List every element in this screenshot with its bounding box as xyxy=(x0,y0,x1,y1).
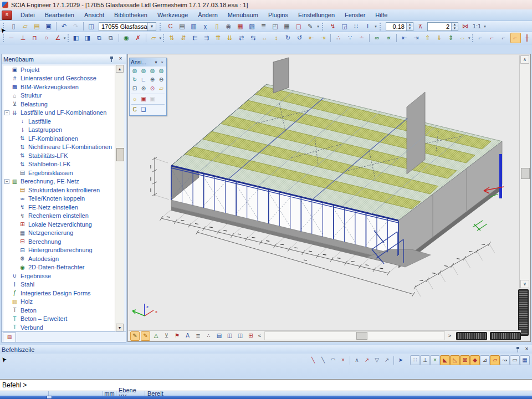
count-spinner[interactable]: ▲▼ xyxy=(451,23,458,30)
menu-plugins[interactable]: Plugins xyxy=(263,11,293,19)
snap-point-icon[interactable]: ↗ xyxy=(362,356,371,365)
zoom-window-icon[interactable]: ⊡ xyxy=(130,84,139,93)
toolbar-grip[interactable] xyxy=(68,34,69,42)
selection-lightning-icon[interactable]: ↯ xyxy=(328,21,338,32)
section-both-icon[interactable]: ⇕ xyxy=(446,33,456,43)
hscroll-left-icon[interactable]: < xyxy=(256,333,263,339)
save-icon[interactable]: ▣ xyxy=(43,21,54,32)
snap-center-icon[interactable]: ◆ xyxy=(470,355,480,365)
menu-fenster[interactable]: Fenster xyxy=(340,11,370,19)
window-2-icon[interactable]: ⌐ xyxy=(487,33,498,43)
taskbar-app-icon[interactable] xyxy=(47,396,52,399)
tree-item-ergebnisklassen[interactable]: ▤Ergebnisklassen xyxy=(3,168,116,177)
xml-io-icon[interactable]: χ xyxy=(200,21,211,32)
pin-icon[interactable] xyxy=(515,346,521,353)
toolbar-overflow-icon[interactable]: ▾ xyxy=(64,36,66,40)
view-axo-icon[interactable]: ◍ xyxy=(157,66,166,75)
undo-icon[interactable]: ↶ xyxy=(59,21,69,32)
coord-axes-icon[interactable]: ∟ xyxy=(139,75,148,84)
viewport-hscrollbar[interactable] xyxy=(264,331,445,340)
tree-item-lastgruppen[interactable]: ⇂Lastgruppen xyxy=(3,126,116,135)
show-loads-icon[interactable]: ⊻ xyxy=(162,331,171,341)
rotate-view-icon[interactable]: ↻ xyxy=(130,75,139,84)
tree-item-verbund[interactable]: TVerbund xyxy=(3,323,116,331)
draw-perp-icon[interactable]: ⊥ xyxy=(18,33,28,43)
cut-plane-icon[interactable]: ⋈ xyxy=(460,21,470,32)
tree-item-nichtlineare-lf-kombinationen[interactable]: ⇅Nichtlineare LF-Kombinationen xyxy=(3,143,116,152)
toolbar-overflow-icon[interactable]: ▾ xyxy=(316,24,320,29)
menu-bearbeiten[interactable]: Bearbeiten xyxy=(40,11,79,19)
tree-scroll-thumb[interactable] xyxy=(116,148,124,161)
clipboard-icon[interactable]: ▯ xyxy=(212,21,222,32)
unit-scale-icon[interactable]: 1:1 xyxy=(472,21,482,32)
tree-item-autodesign[interactable]: ⚙Autodesign xyxy=(3,254,116,263)
tree-item-holz[interactable]: ▥Holz xyxy=(3,298,116,306)
photo-render-off-icon[interactable]: ▣ xyxy=(148,95,157,104)
scale-spinner[interactable]: ▲▼ xyxy=(406,23,413,30)
delete-lightning-icon[interactable]: ✗ xyxy=(133,33,144,43)
tree-item-teile-knoten-koppeln[interactable]: ∞Teile/Knoten koppeln xyxy=(3,195,116,203)
tree-item-hintergrundberechnung[interactable]: ⊟Hintergrundberechnung xyxy=(3,246,116,255)
tree-item-beton-erweitert[interactable]: TBeton – Erweitert xyxy=(3,315,116,324)
zoom-all-icon[interactable]: ⊛ xyxy=(139,84,148,93)
snap-percentage-icon[interactable]: ⊠ xyxy=(460,355,470,365)
duplicate-window-2-icon[interactable]: ⧉ xyxy=(106,33,116,43)
project-combo[interactable]: 17055 Glasfassade ▾ xyxy=(99,22,156,31)
view-x-icon[interactable]: ◍ xyxy=(130,66,139,75)
tree-item-zwei-d-daten-betrachter[interactable]: ◉2D-Daten-Betrachter xyxy=(3,263,116,272)
tree-item-projekt[interactable]: ▣Projekt xyxy=(3,65,116,74)
draw-rect-icon[interactable]: ⊓ xyxy=(29,33,40,43)
window-h-icon[interactable]: ╫ xyxy=(522,33,532,43)
tree-item-stahl[interactable]: IStahl xyxy=(3,280,116,289)
window-1-icon[interactable]: ⌐ xyxy=(475,33,486,43)
zoom-out-icon[interactable]: ⊖ xyxy=(157,75,166,84)
ansicht-toolbar-header[interactable]: Ansi... ▾ × xyxy=(130,58,166,66)
member-raise-icon[interactable]: ⇈ xyxy=(213,33,223,43)
document-edit-icon[interactable]: ✎ xyxy=(305,21,315,32)
tree-item-ergebnisse[interactable]: ∪Ergebnisse xyxy=(3,272,116,280)
tree-item-lastfaelle[interactable]: ↓Lastfälle xyxy=(3,117,116,126)
snap-line-2-icon[interactable]: ╲ xyxy=(319,356,328,365)
toolbar-grip[interactable] xyxy=(163,34,164,42)
snap-remove-icon[interactable]: × xyxy=(339,356,347,365)
dot-raster-icon[interactable]: ∷ xyxy=(351,21,361,32)
tree-item-berechnung[interactable]: ⊟Berechnung xyxy=(3,237,116,246)
vscroll-up-icon[interactable]: ∧ xyxy=(520,55,529,64)
view-library-icon[interactable]: ▱ xyxy=(157,84,166,93)
window-3-icon[interactable]: ⌐ xyxy=(499,33,509,43)
align-right-icon[interactable]: ⇥ xyxy=(318,33,328,43)
node-connect-icon[interactable]: ∴ xyxy=(333,33,344,43)
toolbar-overflow-icon[interactable]: ▾ xyxy=(160,36,162,40)
vscroll-thumb[interactable] xyxy=(521,168,530,179)
ansicht-close-icon[interactable]: × xyxy=(159,60,165,65)
render-wireframe-icon[interactable]: ✎ xyxy=(130,331,140,341)
snap-node-icon[interactable]: ∧ xyxy=(352,356,361,365)
member-left-icon[interactable]: ⇇ xyxy=(190,33,200,43)
toolbar-grip[interactable] xyxy=(3,34,4,42)
draw-circle-icon[interactable]: ○ xyxy=(41,33,52,43)
snap-edge-icon[interactable]: ↗ xyxy=(382,356,391,365)
raster-points-icon[interactable]: ∷ xyxy=(410,355,420,365)
show-volumes-icon[interactable]: △ xyxy=(151,331,161,341)
tree-item-berechnung-fe-netz[interactable]: −▥Berechnung, FE-Netz xyxy=(3,177,116,186)
toolbar-overflow-icon[interactable]: ▾ xyxy=(468,36,470,40)
menu-ansicht[interactable]: Ansicht xyxy=(79,11,109,19)
view-settings-icon[interactable]: ◫ xyxy=(225,331,234,341)
tree-scroll-up-icon[interactable]: ▲ xyxy=(116,65,124,73)
status-units[interactable]: mm xyxy=(103,391,116,396)
show-supports-icon[interactable]: ⚑ xyxy=(172,331,182,341)
cursor-snap-mode-icon[interactable]: ➤ xyxy=(396,356,405,365)
tree-item-lastfaelle-und-lf-kombinationen[interactable]: −⇊Lastfälle und LF-Kombinationen xyxy=(3,109,116,117)
tree-item-strukturdaten-kontrollieren[interactable]: ▤Strukturdaten kontrollieren xyxy=(3,186,116,195)
toolbar-grip[interactable] xyxy=(472,34,473,42)
section-down-icon[interactable]: ⇓ xyxy=(434,33,444,43)
show-members-icon[interactable]: ▤ xyxy=(214,331,224,341)
clipping-box-icon[interactable]: C xyxy=(130,105,139,114)
paste-picture-icon[interactable]: ◨ xyxy=(83,33,93,43)
section-begin-icon[interactable]: ⇤ xyxy=(399,33,410,43)
clip-box-icon[interactable]: ⊼ xyxy=(415,21,426,32)
count-field[interactable]: 2 ▲▼ xyxy=(427,22,458,31)
zoom-selection-box-icon[interactable]: ◲ xyxy=(339,21,350,32)
window-active-icon[interactable]: ⌐ xyxy=(510,33,521,43)
duplicate-window-icon[interactable]: ⧉ xyxy=(94,33,105,43)
